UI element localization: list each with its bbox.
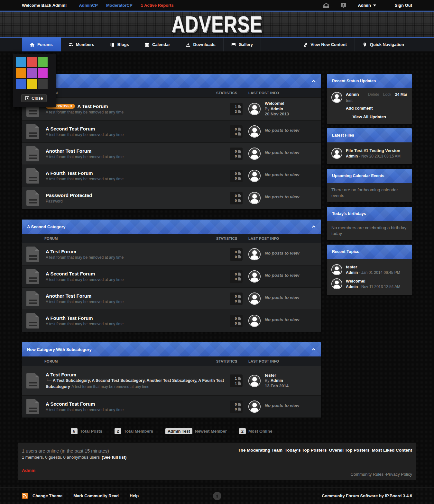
- view-new-content[interactable]: View New Content: [295, 38, 354, 51]
- status-author[interactable]: Admin: [346, 92, 359, 97]
- forum-title[interactable]: A Second Test Forum: [46, 401, 226, 407]
- user-menu[interactable]: Admin: [358, 3, 376, 8]
- topic-author[interactable]: Admin: [346, 270, 358, 275]
- color-swatch-blue[interactable]: [16, 57, 26, 67]
- last-post-info: Welcome! By Admin 20 Nov 2013: [265, 101, 289, 117]
- overall-top-posters-link[interactable]: Overall Top Posters: [329, 448, 370, 453]
- last-poster-avatar[interactable]: [248, 315, 261, 327]
- todays-top-posters-link[interactable]: Today's Top Posters: [285, 448, 327, 453]
- last-poster-avatar[interactable]: [248, 192, 261, 204]
- forum-title[interactable]: A Test Forum: [78, 104, 108, 109]
- topic-name[interactable]: Welcome!: [346, 279, 400, 284]
- status-lock-link[interactable]: Lock: [383, 92, 391, 97]
- last-poster-avatar[interactable]: [248, 292, 261, 305]
- forum-title[interactable]: Another Test Forum: [46, 148, 226, 154]
- help-link[interactable]: Help: [130, 493, 139, 498]
- moderating-team-link[interactable]: The Moderating Team: [238, 448, 282, 453]
- last-poster-avatar[interactable]: [248, 125, 261, 138]
- welcome-text: Welcome Back Admin!: [22, 3, 67, 8]
- file-name[interactable]: File Test #1 Testing Version: [346, 148, 401, 153]
- color-swatch-magenta[interactable]: [38, 68, 48, 78]
- top-user-bar: Welcome Back Admin! AdminCP ModeratorCP …: [0, 0, 434, 12]
- close-button[interactable]: Close: [21, 94, 47, 102]
- last-poster-avatar[interactable]: [248, 148, 261, 160]
- tab-gallery[interactable]: Gallery: [224, 38, 261, 51]
- forum-row: Another Test Forum A test forum that may…: [22, 142, 321, 165]
- caret-down-icon: [373, 4, 376, 6]
- back-to-top-button[interactable]: [213, 492, 221, 500]
- forum-title[interactable]: A Fourth Test Forum: [46, 170, 226, 176]
- add-comment-link[interactable]: Add comment: [346, 106, 373, 111]
- community-rules-link[interactable]: Community Rules: [351, 472, 384, 477]
- messenger-envelope-icon[interactable]: [323, 3, 329, 8]
- recent-topic-item: tester Admin - Jan 01 2014 06:45 PM: [331, 263, 407, 277]
- see-full-list-link[interactable]: (See full list): [102, 455, 126, 460]
- tab-blogs[interactable]: Blogs: [102, 38, 137, 51]
- file-author[interactable]: Admin: [346, 154, 358, 158]
- color-swatch-orange[interactable]: [16, 68, 26, 78]
- most-liked-content-link[interactable]: Most Liked Content: [372, 448, 412, 453]
- last-poster-avatar[interactable]: [248, 248, 261, 260]
- calendar-icon: [145, 42, 149, 47]
- color-swatch-green[interactable]: [38, 57, 48, 67]
- category-header[interactable]: New Category With Subcategory: [22, 342, 321, 356]
- forum-title[interactable]: A Fourth Test Forum: [46, 315, 226, 321]
- forum-title[interactable]: A Test Forum: [46, 372, 226, 377]
- active-reports-link[interactable]: 1 Active Reports: [141, 3, 174, 8]
- color-swatch-royal-blue[interactable]: [16, 79, 26, 89]
- last-post-author[interactable]: Admin: [271, 378, 283, 383]
- users-icon: [69, 42, 73, 47]
- rss-icon[interactable]: [22, 493, 28, 499]
- category-header[interactable]: [22, 74, 321, 88]
- newest-member-value[interactable]: Admin Test: [165, 428, 192, 434]
- online-member-admin[interactable]: Admin: [22, 468, 35, 473]
- privacy-policy-link[interactable]: Privacy Policy: [386, 472, 412, 477]
- topic-author-avatar[interactable]: [331, 264, 342, 275]
- view-all-updates-link[interactable]: View All Updates: [331, 114, 407, 119]
- forum-title[interactable]: A Second Test Forum: [46, 126, 226, 131]
- topic-count: 1: [235, 376, 237, 380]
- site-logo[interactable]: ADVERSE: [171, 12, 263, 37]
- last-poster-avatar[interactable]: [248, 375, 261, 387]
- forum-title[interactable]: A Second Test Forum: [46, 271, 226, 276]
- admincp-link[interactable]: AdminCP: [79, 3, 98, 8]
- tab-forums[interactable]: Forums: [22, 38, 61, 51]
- last-poster-avatar[interactable]: [248, 170, 261, 182]
- tab-calendar[interactable]: Calendar: [137, 38, 178, 51]
- profile-card-icon[interactable]: [340, 3, 347, 8]
- last-poster-avatar[interactable]: [248, 103, 261, 115]
- moderatorcp-link[interactable]: ModeratorCP: [106, 3, 133, 8]
- status-delete-link[interactable]: Delete: [368, 92, 379, 97]
- color-swatch-purple[interactable]: [27, 68, 37, 78]
- last-post-author[interactable]: Admin: [271, 107, 283, 111]
- change-theme-link[interactable]: Change Theme: [32, 493, 62, 498]
- topic-name[interactable]: tester: [346, 265, 400, 269]
- file-author-avatar[interactable]: [331, 148, 342, 159]
- calendar-events-panel: Upcoming Calendar Events There are no fo…: [327, 169, 412, 202]
- topic-doc-icon: [238, 128, 241, 131]
- forum-title[interactable]: A Test Forum: [46, 249, 226, 254]
- forum-row: Password Protected Password 0 0 No posts…: [22, 187, 321, 209]
- topic-doc-icon: [238, 194, 241, 197]
- last-post-title[interactable]: Welcome!: [265, 101, 289, 106]
- no-posts-text: No posts to view: [265, 128, 299, 133]
- last-post-title[interactable]: tester: [265, 373, 289, 378]
- category-header[interactable]: A Second Category: [22, 220, 321, 234]
- status-author-avatar[interactable]: [331, 92, 342, 103]
- topic-doc-icon: [238, 377, 241, 380]
- forum-title[interactable]: Password Protected: [46, 193, 226, 198]
- topic-author[interactable]: Admin: [346, 284, 358, 289]
- tab-members[interactable]: Members: [61, 38, 102, 51]
- tab-downloads[interactable]: Downloads: [178, 38, 224, 51]
- mark-community-read-link[interactable]: Mark Community Read: [73, 493, 119, 498]
- color-swatch-dark[interactable]: [38, 79, 48, 89]
- sign-out-link[interactable]: Sign Out: [395, 3, 412, 8]
- color-swatch-red[interactable]: [27, 57, 37, 67]
- reply-count: 0: [235, 176, 237, 180]
- last-poster-avatar[interactable]: [248, 401, 261, 413]
- quick-navigation[interactable]: Quick Navigation: [355, 38, 412, 51]
- last-poster-avatar[interactable]: [248, 270, 261, 283]
- topic-author-avatar[interactable]: [331, 278, 342, 289]
- forum-title[interactable]: Another Test Forum: [46, 293, 226, 299]
- color-swatch-yellow[interactable]: [27, 79, 37, 89]
